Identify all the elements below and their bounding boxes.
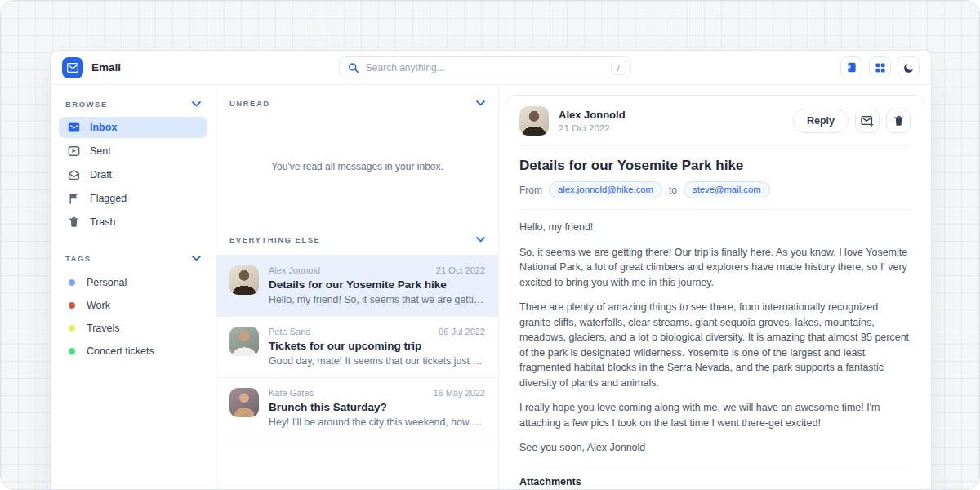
avatar [229,388,259,417]
message-date: 21 Oct 2022 [436,265,485,275]
inbox-icon [67,122,80,133]
sidebar-item-label: Sent [90,145,111,157]
sidebar: BROWSE Inbox Sent [51,85,216,490]
tag-label: Travels [87,323,120,334]
moon-icon [903,62,915,74]
tag-dot [69,302,75,309]
mark-unread-button[interactable] [855,109,880,133]
sidebar-item-flagged[interactable]: Flagged [59,188,207,209]
delete-button[interactable] [886,109,911,133]
search-shortcut-badge: / [611,60,626,75]
sidebar-item-label: Inbox [90,122,117,133]
tag-item-concert-tickets[interactable]: Concert tickets [59,340,207,363]
message-preview: Good day, mate! It seems that our ticket… [269,355,485,367]
tag-label: Concert tickets [87,345,154,357]
from-email-pill[interactable]: alex.jonnold@hike.com [549,181,662,198]
apps-grid-button[interactable] [869,56,891,78]
avatar [519,106,549,136]
from-to-row: From alex.jonnold@hike.com to steve@mail… [519,181,911,198]
body-paragraph: See you soon, Alex Jonnold [519,440,911,456]
email-app-window: Email / [50,50,932,490]
browse-section-header: BROWSE [59,96,207,117]
message-subject: Tickets for our upcoming trip [269,340,485,352]
everything-else-label: EVERYTHING ELSE [229,235,320,244]
chevron-down-icon[interactable] [476,235,485,244]
reading-pane: Alex Jonnold 21 Oct 2022 Reply [499,85,931,490]
message-preview: Hello, my friend! So, it seems that we a… [269,294,485,305]
message-sender: Alex Jonnold [269,265,320,275]
main-content: BROWSE Inbox Sent [51,85,931,490]
trash-icon [67,216,80,228]
tags-section-header: TAGS [59,251,207,271]
sidebar-item-label: Draft [90,169,112,180]
message-row-pete[interactable]: Pete Sand 06 Jul 2022 Tickets for our up… [216,316,498,377]
reply-button[interactable]: Reply [793,109,849,133]
tag-item-travels[interactable]: Travels [59,317,207,340]
chevron-down-icon[interactable] [192,100,201,109]
tag-item-work[interactable]: Work [59,294,207,317]
to-label: to [669,185,677,196]
desktop-background: Email / [0,0,980,490]
top-bar: Email / [51,51,931,85]
chevron-down-icon[interactable] [476,99,485,108]
app-title: Email [91,61,121,74]
address-book-button[interactable] [840,56,862,78]
email-body: Hello, my friend! So, it seems we are ge… [519,220,911,456]
detail-sender-name: Alex Jonnold [559,109,626,121]
search-bar[interactable]: / [339,56,631,78]
body-paragraph: So, it seems we are getting there! Our t… [519,245,911,291]
tag-dot [69,279,75,286]
unread-section-header: UNREAD [216,85,498,114]
flag-icon [67,193,80,204]
to-email-pill[interactable]: steve@mail.com [684,181,770,198]
sidebar-item-sent[interactable]: Sent [59,140,207,162]
sidebar-item-label: Trash [90,216,116,228]
email-detail-card: Alex Jonnold 21 Oct 2022 Reply [506,95,924,490]
avatar [229,265,259,295]
sidebar-item-draft[interactable]: Draft [59,164,207,185]
sidebar-item-inbox[interactable]: Inbox [59,117,207,138]
body-paragraph: I really hope you love coming along with… [519,400,911,430]
tag-label: Work [87,300,110,311]
message-subject: Brunch this Saturday? [269,401,485,413]
message-date: 06 Jul 2022 [439,327,485,336]
divider [519,145,911,146]
unread-label: UNREAD [229,99,270,108]
message-row-alex[interactable]: Alex Jonnold 21 Oct 2022 Details for our… [216,255,498,316]
draft-icon [67,169,80,180]
detail-date: 21 Oct 2022 [559,123,626,133]
trash-icon [893,115,904,127]
browse-label: BROWSE [65,100,108,109]
sidebar-item-label: Flagged [90,193,127,204]
message-preview: Hey! I'll be around the city this weeken… [269,416,485,428]
message-date: 16 May 2022 [433,388,485,398]
everything-else-section-header: EVERYTHING ELSE [216,219,498,255]
envelope-plus-icon [861,115,874,127]
email-detail-header: Alex Jonnold 21 Oct 2022 Reply [519,106,911,136]
mail-logo-icon [62,57,83,78]
tag-dot [69,348,75,354]
message-sender: Pete Sand [269,327,310,336]
chevron-down-icon[interactable] [192,254,201,263]
app-brand: Email [62,57,121,78]
avatar [229,327,259,356]
message-list: UNREAD You've read all messages in your … [216,85,499,490]
sent-icon [67,145,80,157]
tag-label: Personal [87,277,127,288]
message-row-kate[interactable]: Kate Gates 16 May 2022 Brunch this Satur… [216,377,498,439]
body-paragraph: Hello, my friend! [519,220,911,235]
from-label: From [519,185,542,196]
divider [519,466,911,466]
search-input[interactable] [366,62,604,74]
unread-empty-message: You've read all messages in your inbox. [216,114,498,219]
email-subject: Details for our Yosemite Park hike [519,158,911,174]
tag-item-personal[interactable]: Personal [59,271,207,294]
sidebar-item-trash[interactable]: Trash [59,212,207,233]
search-icon [348,62,359,74]
message-subject: Details for our Yosemite Park hike [269,278,485,291]
message-sender: Kate Gates [269,388,314,398]
divider [519,209,911,210]
dark-mode-toggle[interactable] [898,56,920,78]
top-actions [840,56,920,78]
attachments-label: Attachments [519,476,911,488]
